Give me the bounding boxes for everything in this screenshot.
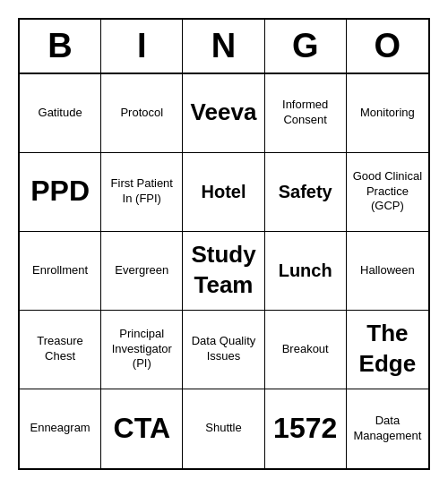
bingo-cell: Protocol xyxy=(101,74,183,153)
header-letter: N xyxy=(183,20,264,73)
bingo-cell: Principal Investigator (PI) xyxy=(101,311,183,389)
bingo-cell: Data Management xyxy=(347,389,428,468)
bingo-cell: 1572 xyxy=(265,389,347,468)
bingo-cell: Enrollment xyxy=(20,232,101,311)
bingo-cell: Gatitude xyxy=(20,74,101,153)
bingo-cell: Enneagram xyxy=(20,389,101,468)
bingo-cell: First Patient In (FPI) xyxy=(101,153,183,232)
bingo-cell: Good Clinical Practice (GCP) xyxy=(347,153,428,232)
bingo-cell: Treasure Chest xyxy=(20,311,101,389)
bingo-cell: Veeva xyxy=(183,74,264,153)
bingo-cell: Shuttle xyxy=(183,389,264,468)
bingo-cell: Informed Consent xyxy=(265,74,347,153)
bingo-cell: Evergreen xyxy=(101,232,183,311)
bingo-cell: The Edge xyxy=(347,311,428,389)
header-letter: I xyxy=(101,20,183,73)
bingo-header: BINGO xyxy=(20,20,428,74)
bingo-cell: Hotel xyxy=(183,153,264,232)
header-letter: B xyxy=(20,20,101,73)
bingo-grid: GatitudeProtocolVeevaInformed ConsentMon… xyxy=(20,74,428,468)
bingo-cell: Monitoring xyxy=(347,74,428,153)
bingo-cell: Data Quality Issues xyxy=(183,311,264,389)
bingo-cell: Breakout xyxy=(265,311,347,389)
bingo-cell: CTA xyxy=(101,389,183,468)
header-letter: O xyxy=(347,20,428,73)
bingo-cell: Study Team xyxy=(183,232,264,311)
header-letter: G xyxy=(265,20,347,73)
bingo-cell: Safety xyxy=(265,153,347,232)
bingo-card: BINGO GatitudeProtocolVeevaInformed Cons… xyxy=(18,18,430,470)
bingo-cell: Lunch xyxy=(265,232,347,311)
bingo-cell: Halloween xyxy=(347,232,428,311)
bingo-cell: PPD xyxy=(20,153,101,232)
